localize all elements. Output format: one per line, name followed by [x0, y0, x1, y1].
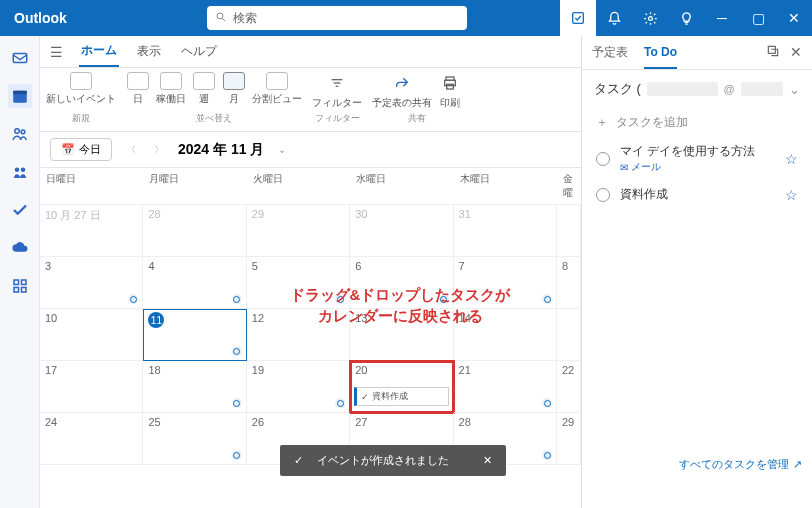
svg-point-10: [20, 168, 25, 173]
task-checkbox[interactable]: [596, 188, 610, 202]
event-chip[interactable]: ✓資料作成: [354, 387, 448, 406]
calendar-cell[interactable]: 11: [143, 309, 246, 361]
calendar-cell[interactable]: 24: [40, 413, 143, 465]
title-bar: Outlook 検索 ─ ▢ ✕: [0, 0, 812, 36]
filter-button[interactable]: フィルター: [312, 72, 362, 110]
calendar-cell[interactable]: 30: [350, 205, 453, 257]
date-number: 22: [562, 364, 574, 376]
event-indicator-icon: [232, 294, 242, 304]
side-tab-calendar[interactable]: 予定表: [592, 36, 628, 69]
toast-close-icon[interactable]: ✕: [483, 454, 492, 467]
print-icon: [439, 72, 461, 94]
day-header: 水曜日: [350, 168, 453, 204]
calendar-cell[interactable]: 21: [454, 361, 557, 413]
people-icon[interactable]: [8, 122, 32, 146]
calendar-cell[interactable]: 22: [557, 361, 581, 413]
event-indicator-icon: [542, 294, 552, 304]
star-icon[interactable]: ☆: [785, 151, 798, 167]
date-number: 14: [459, 312, 471, 324]
ribbon-tabs: ☰ ホーム 表示 ヘルプ: [40, 36, 581, 68]
share-icon: [391, 72, 413, 94]
calendar-cell[interactable]: 28: [143, 205, 246, 257]
print-button[interactable]: 印刷: [438, 72, 462, 110]
app-rail: [0, 36, 40, 508]
bell-icon[interactable]: [596, 0, 632, 36]
side-tabs: 予定表 To Do ✕: [582, 36, 812, 70]
event-indicator-icon: [439, 294, 449, 304]
next-month-button[interactable]: 〉: [150, 143, 168, 157]
date-number: 29: [252, 208, 264, 220]
calendar-cell[interactable]: 13: [350, 309, 453, 361]
date-number: 27: [355, 416, 367, 428]
groups-icon[interactable]: [8, 160, 32, 184]
svg-line-1: [222, 18, 225, 21]
check-icon[interactable]: [8, 198, 32, 222]
calendar-cell[interactable]: 25: [143, 413, 246, 465]
calendar-cell[interactable]: 12: [247, 309, 350, 361]
date-number: 18: [148, 364, 160, 376]
prev-month-button[interactable]: 〈: [122, 143, 140, 157]
popout-icon[interactable]: [766, 44, 780, 61]
apps-icon[interactable]: [8, 274, 32, 298]
manage-tasks-link[interactable]: すべてのタスクを管理↗: [679, 457, 802, 472]
cloud-icon[interactable]: [8, 236, 32, 260]
calendar-cell[interactable]: 10: [40, 309, 143, 361]
tab-view[interactable]: 表示: [135, 37, 163, 66]
new-event-button[interactable]: 新しいイベント: [46, 72, 116, 106]
todo-pane-icon[interactable]: [560, 0, 596, 36]
view-month-button[interactable]: 月: [222, 72, 246, 106]
date-number: 13: [355, 312, 367, 324]
mail-icon[interactable]: [8, 46, 32, 70]
calendar-cell[interactable]: 14: [454, 309, 557, 361]
date-number: 29: [562, 416, 574, 428]
maximize-button[interactable]: ▢: [740, 0, 776, 36]
calendar-cell[interactable]: 19: [247, 361, 350, 413]
calendar-cell[interactable]: 31: [454, 205, 557, 257]
tab-home[interactable]: ホーム: [79, 36, 119, 67]
hamburger-icon[interactable]: ☰: [50, 44, 63, 60]
share-calendar-button[interactable]: 予定表の共有: [372, 72, 432, 110]
view-workweek-button[interactable]: 稼働日: [156, 72, 186, 106]
calendar-cell[interactable]: 17: [40, 361, 143, 413]
close-panel-icon[interactable]: ✕: [790, 44, 802, 61]
toast-message: イベントが作成されました: [317, 453, 449, 468]
task-item[interactable]: 資料作成☆: [582, 180, 812, 209]
view-day-button[interactable]: 日: [126, 72, 150, 106]
gear-icon[interactable]: [632, 0, 668, 36]
task-item[interactable]: マイ デイを使用する方法✉メール☆: [582, 137, 812, 180]
add-task-input[interactable]: ＋ タスクを追加: [582, 108, 812, 137]
calendar-cell[interactable]: [557, 309, 581, 361]
workweek-icon: [160, 72, 182, 90]
bulb-icon[interactable]: [668, 0, 704, 36]
calendar-cell[interactable]: 29: [557, 413, 581, 465]
search-input[interactable]: 検索: [207, 6, 467, 30]
calendar-cell[interactable]: 18: [143, 361, 246, 413]
calendar-cell[interactable]: 7: [454, 257, 557, 309]
calendar-cell[interactable]: 10 月 27 日: [40, 205, 143, 257]
month-nav: 📅今日 〈 〉 2024 年 11 月 ⌄: [40, 132, 581, 168]
side-tab-todo[interactable]: To Do: [644, 36, 677, 69]
tab-help[interactable]: ヘルプ: [179, 37, 219, 66]
calendar-cell[interactable]: 20✓資料作成: [350, 361, 453, 413]
task-checkbox[interactable]: [596, 152, 610, 166]
calendar-cell[interactable]: 5: [247, 257, 350, 309]
split-view-button[interactable]: 分割ビュー: [252, 72, 302, 106]
app-name: Outlook: [14, 10, 67, 26]
month-dropdown-icon[interactable]: ⌄: [274, 144, 290, 155]
calendar-cell[interactable]: 29: [247, 205, 350, 257]
today-button[interactable]: 📅今日: [50, 138, 112, 161]
calendar-cell[interactable]: 8: [557, 257, 581, 309]
task-list-heading[interactable]: タスク ( @ ⌄: [582, 70, 812, 108]
minimize-button[interactable]: ─: [704, 0, 740, 36]
view-week-button[interactable]: 週: [192, 72, 216, 106]
calendar-cell[interactable]: 4: [143, 257, 246, 309]
close-button[interactable]: ✕: [776, 0, 812, 36]
date-number: 20: [355, 364, 367, 376]
calendar-cell[interactable]: 6: [350, 257, 453, 309]
svg-rect-4: [13, 54, 27, 63]
calendar-cell[interactable]: [557, 205, 581, 257]
calendar-cell[interactable]: 3: [40, 257, 143, 309]
star-icon[interactable]: ☆: [785, 187, 798, 203]
calendar-icon[interactable]: [8, 84, 32, 108]
split-icon: [266, 72, 288, 90]
